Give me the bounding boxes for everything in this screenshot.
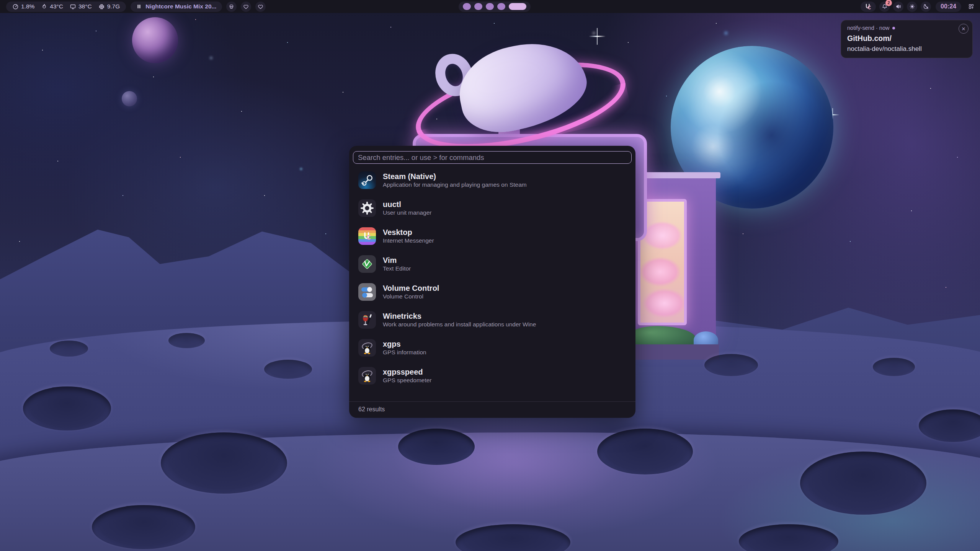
gpu-temp-stat: 38°C (70, 3, 92, 10)
search-input[interactable] (353, 151, 632, 164)
bar-right-cluster: 2 00:24 (861, 2, 976, 12)
close-icon: ✕ (962, 26, 966, 32)
result-row-xgpsspeed[interactable]: xgpsspeed GPS speedometer (353, 363, 632, 388)
cpu-temp-stat: 43°C (41, 3, 63, 10)
launcher-results: Steam (Native) Application for managing … (353, 168, 632, 401)
result-name: xgpsspeed (383, 368, 432, 376)
clock-time: 00:24 (941, 3, 956, 10)
system-tray[interactable] (861, 2, 876, 12)
chip-icon (98, 3, 105, 10)
result-description: GPS speedometer (383, 377, 432, 383)
notification-header: notify-send · now (847, 25, 966, 31)
result-row-winetricks[interactable]: Winetricks Work around problems and inst… (353, 307, 632, 333)
result-description: Volume Control (383, 293, 439, 300)
unread-dot (892, 27, 895, 29)
store-base (631, 344, 719, 360)
cpu-usage-value: 1.8% (21, 3, 34, 10)
crater (168, 333, 205, 348)
crater (704, 354, 758, 376)
app-launcher-panel: Steam (Native) Application for managing … (349, 146, 635, 418)
workspace-indicator[interactable] (459, 2, 531, 12)
tux-gps-icon (358, 339, 376, 357)
result-text: xgps GPS information (383, 340, 426, 355)
winetricks-icon (358, 311, 376, 329)
night-light-button[interactable] (921, 2, 931, 12)
system-stats-pill[interactable]: 1.8% 43°C 38°C 9.7G (6, 2, 126, 12)
small-planet (122, 91, 137, 106)
workspace-dot-4[interactable] (497, 3, 505, 10)
heart-icon (243, 4, 249, 10)
crater (92, 505, 195, 549)
flame-icon (41, 3, 47, 10)
result-row-steam[interactable]: Steam (Native) Application for managing … (353, 168, 632, 193)
volume-button[interactable] (893, 2, 903, 12)
workspace-dot-2[interactable] (474, 3, 482, 10)
result-text: Winetricks Work around problems and inst… (383, 312, 536, 328)
volume-control-icon (358, 283, 376, 301)
app-launcher-button[interactable] (966, 2, 976, 12)
gpu-temp-value: 38°C (78, 3, 92, 10)
crater (800, 452, 926, 515)
result-name: uuctl (383, 201, 432, 209)
slider-graphic (361, 287, 371, 292)
crater (23, 386, 111, 430)
notification-popup[interactable]: notify-send · now ✕ GitHub.com/ noctalia… (841, 20, 973, 58)
crater (398, 429, 475, 465)
display-icon (70, 3, 76, 10)
pause-icon (136, 4, 142, 9)
result-row-xgps[interactable]: xgps GPS information (353, 335, 632, 360)
crater (50, 341, 88, 357)
result-description: Application for managing and playing gam… (383, 182, 527, 188)
crater (597, 429, 693, 474)
result-text: Vim Text Editor (383, 256, 411, 272)
notification-body: noctalia-dev/noctalia.shell (847, 45, 966, 53)
brightness-button[interactable] (907, 2, 917, 12)
result-name: Winetricks (383, 312, 536, 320)
result-text: Vesktop Internet Messenger (383, 228, 434, 244)
grid-plus-icon (968, 3, 974, 10)
notification-close-button[interactable]: ✕ (959, 24, 969, 34)
result-text: uuctl User unit manager (383, 201, 432, 216)
heart-button[interactable] (241, 2, 251, 12)
purple-planet (132, 17, 178, 63)
media-title: Nightcore Music Mix 20... (145, 3, 216, 10)
result-text: Steam (Native) Application for managing … (383, 173, 527, 188)
cpu-temp-value: 43°C (50, 3, 63, 10)
result-row-uuctl[interactable]: uuctl User unit manager (353, 196, 632, 221)
vesktop-icon (358, 227, 376, 245)
results-count: 62 results (349, 401, 635, 418)
gear-icon (358, 199, 376, 217)
slider-graphic (363, 293, 373, 297)
workspace-dot-1[interactable] (463, 3, 471, 10)
speaker-icon (895, 3, 902, 10)
skull-icon (229, 4, 234, 10)
desktop: 1.8% 43°C 38°C 9.7G (0, 0, 980, 551)
result-name: Volume Control (383, 284, 439, 292)
result-row-vesktop[interactable]: Vesktop Internet Messenger (353, 223, 632, 249)
result-name: Vim (383, 256, 411, 264)
heart-button-2[interactable] (255, 2, 266, 12)
sparkle-star (589, 28, 606, 45)
crater (161, 432, 287, 494)
saturn-coffee-cup (413, 45, 628, 148)
result-row-volume-control[interactable]: Volume Control Volume Control (353, 279, 632, 305)
result-name: Steam (Native) (383, 173, 527, 181)
result-name: Vesktop (383, 228, 434, 236)
workspace-active-5[interactable] (509, 3, 526, 10)
media-player-widget[interactable]: Nightcore Music Mix 20... (131, 2, 222, 12)
notification-app-time: notify-send · now (847, 25, 889, 31)
memory-stat: 9.7G (98, 3, 120, 10)
result-row-vim[interactable]: Vim Text Editor (353, 251, 632, 277)
cpu-usage-stat: 1.8% (12, 3, 34, 10)
workspace-dot-3[interactable] (486, 3, 494, 10)
skull-button[interactable] (226, 2, 237, 12)
clock[interactable]: 00:24 (936, 2, 961, 12)
notification-badge: 2 (885, 0, 892, 6)
notification-title: GitHub.com/ (847, 34, 966, 43)
result-description: GPS information (383, 349, 426, 355)
top-bar: 1.8% 43°C 38°C 9.7G (0, 0, 980, 13)
result-description: Work around problems and install applica… (383, 321, 536, 328)
notifications-button[interactable]: 2 (879, 2, 890, 12)
result-text: Volume Control Volume Control (383, 284, 439, 300)
result-description: User unit manager (383, 210, 432, 216)
